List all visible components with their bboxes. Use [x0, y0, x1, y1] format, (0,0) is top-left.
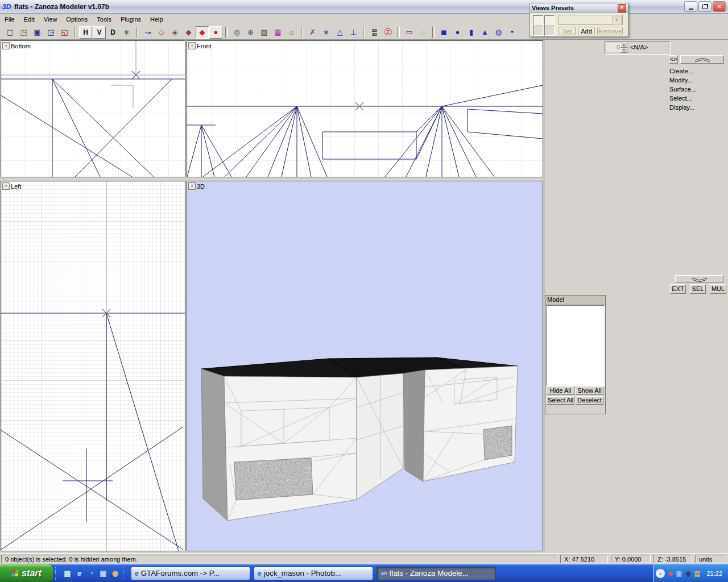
- save-file-button[interactable]: ▣: [31, 26, 44, 39]
- tray-chevron-icon[interactable]: ‹: [656, 569, 665, 578]
- viewport-menu-icon[interactable]: ▫: [2, 182, 10, 190]
- task-photobucket-button[interactable]: ejock_mason - Photob...: [254, 567, 373, 580]
- preset-set-button[interactable]: Set: [559, 27, 576, 35]
- spinner-up-icon[interactable]: ▲: [621, 43, 627, 48]
- collapse-up-button[interactable]: [680, 55, 724, 64]
- menu-view[interactable]: View: [39, 15, 62, 24]
- mode-edges-button[interactable]: ◈: [168, 26, 181, 39]
- panel-menu-create[interactable]: Create...: [669, 66, 726, 76]
- deselect-button[interactable]: Deselect: [576, 396, 603, 405]
- collapse-down-button[interactable]: [675, 275, 723, 282]
- mul-mode-button[interactable]: MUL: [710, 284, 726, 294]
- preset-slot-3[interactable]: [533, 26, 543, 36]
- select-object-tool-button[interactable]: ▦: [271, 26, 284, 39]
- quicktime-icon[interactable]: ◔: [86, 568, 97, 579]
- menu-file[interactable]: File: [0, 15, 19, 24]
- viewport-menu-icon[interactable]: ▫: [188, 182, 196, 190]
- preset-slot-1[interactable]: [533, 15, 543, 26]
- views-presets-close-button[interactable]: ×: [618, 4, 626, 13]
- media-player-icon[interactable]: ◉: [110, 568, 121, 579]
- mode-objects-button[interactable]: ◆: [196, 26, 209, 39]
- preset-remove-button[interactable]: Remove: [597, 27, 623, 35]
- taskbar-clock[interactable]: 21:22: [706, 570, 722, 577]
- viewport-3d[interactable]: ▫ 3D: [187, 181, 543, 551]
- model-list[interactable]: [546, 305, 605, 386]
- create-torus-button[interactable]: ◍: [492, 26, 505, 39]
- toggle-2d-3d-button[interactable]: 2D 3D: [368, 26, 381, 39]
- task-zmodeler-button[interactable]: 3Dflats - Zanoza Modele...: [377, 567, 496, 580]
- task-gtaforums-button[interactable]: eGTAForums.com -> P...: [131, 567, 250, 580]
- preset-combo[interactable]: ▼: [559, 15, 623, 25]
- export-file-button[interactable]: ◱: [58, 26, 71, 39]
- create-geosphere-button[interactable]: ◓: [506, 26, 519, 39]
- panel-menu-modify[interactable]: Modify...: [669, 76, 726, 85]
- create-box-button[interactable]: ◼: [437, 26, 450, 39]
- menu-edit[interactable]: Edit: [19, 15, 39, 24]
- close-button[interactable]: ×: [713, 1, 726, 12]
- messenger-icon[interactable]: ◆: [668, 570, 673, 577]
- views-presets-titlebar[interactable]: Views Presets ×: [530, 3, 628, 13]
- select-rectangle-button[interactable]: ▭: [403, 26, 416, 39]
- open-file-button[interactable]: ◳: [17, 26, 30, 39]
- preset-spinner[interactable]: ▲ ▼: [621, 43, 627, 52]
- viewport-menu-icon[interactable]: ▫: [188, 42, 196, 49]
- show-desktop-icon[interactable]: ▩: [62, 568, 73, 579]
- light-tool-button[interactable]: ☼: [285, 26, 298, 39]
- scale-tool-button[interactable]: ✗: [306, 26, 319, 39]
- display-settings-icon[interactable]: ▤: [694, 570, 700, 577]
- select-all-button[interactable]: Select All: [547, 396, 574, 405]
- preset-slot-2[interactable]: [544, 15, 555, 26]
- network-icon[interactable]: ▣: [676, 570, 682, 577]
- preset-slot-4[interactable]: [544, 26, 555, 36]
- restore-button[interactable]: [698, 1, 712, 12]
- ext-mode-button[interactable]: EXT: [670, 284, 686, 294]
- panel-menu-surface[interactable]: Surface...: [669, 85, 726, 94]
- start-button[interactable]: start: [0, 564, 53, 582]
- panel-menu-select[interactable]: Select...: [669, 94, 726, 103]
- select-circle-button[interactable]: ◌: [416, 26, 429, 39]
- viewport-front[interactable]: ▫ Front: [187, 40, 543, 177]
- toggle-axes-button[interactable]: ∗: [120, 26, 133, 39]
- panel-menu-display[interactable]: Display...: [669, 103, 726, 112]
- volume-icon[interactable]: ◉: [685, 570, 691, 577]
- panel-expander-button[interactable]: <>: [669, 55, 678, 64]
- pan-tool-button[interactable]: ⊕: [244, 26, 257, 39]
- toggle-d-button[interactable]: D: [106, 26, 119, 39]
- viewport-menu-icon[interactable]: ▫: [2, 42, 10, 49]
- create-sphere-button[interactable]: ●: [451, 26, 464, 39]
- preset-add-button[interactable]: Add: [578, 27, 595, 35]
- mode-vertices-button[interactable]: ◇: [155, 26, 168, 39]
- extrude-tool-button[interactable]: △: [333, 26, 346, 39]
- chevron-down-icon[interactable]: ▼: [612, 16, 622, 25]
- new-document-button[interactable]: ▢: [3, 26, 16, 39]
- viewport-left[interactable]: ▫ Left: [1, 181, 185, 551]
- create-cylinder-button[interactable]: ▮: [465, 26, 478, 39]
- material-editor-button[interactable]: ●: [209, 26, 222, 39]
- menu-options[interactable]: Options: [61, 15, 92, 24]
- internet-explorer-icon[interactable]: e: [74, 568, 85, 579]
- edit-vertices-button[interactable]: ↝: [141, 26, 154, 39]
- import-file-button[interactable]: ◲: [44, 26, 57, 39]
- show-all-button[interactable]: Show All: [576, 386, 603, 395]
- sel-mode-button[interactable]: SEL: [690, 284, 706, 294]
- menu-tools[interactable]: Tools: [92, 15, 116, 24]
- minimize-button[interactable]: [684, 1, 697, 12]
- create-cone-button[interactable]: ▲: [478, 26, 491, 39]
- menu-plugins[interactable]: Plugins: [116, 15, 146, 24]
- move-tool-icon: ∗: [323, 28, 329, 36]
- photobucket-icon[interactable]: ▣: [98, 568, 109, 579]
- status-z: Z: -3.8515: [653, 555, 692, 563]
- spinner-down-icon[interactable]: ▼: [621, 48, 627, 53]
- move-tool-button[interactable]: ∗: [320, 26, 333, 39]
- axis-tripod-tool-button[interactable]: ⊥: [347, 26, 360, 39]
- menu-help[interactable]: Help: [146, 15, 168, 24]
- z-lock-button[interactable]: Ⓩ: [382, 26, 395, 39]
- mode-polygons-icon: ◆: [186, 28, 192, 36]
- viewport-bottom[interactable]: ▫ Bottom: [1, 40, 185, 177]
- hide-all-button[interactable]: Hide All: [547, 386, 574, 395]
- toggle-h-button[interactable]: H: [79, 26, 92, 39]
- view-cube-button[interactable]: ▧: [258, 26, 271, 39]
- toggle-v-button[interactable]: V: [93, 26, 106, 39]
- mode-polygons-button[interactable]: ◆: [182, 26, 195, 39]
- zoom-tool-button[interactable]: ◎: [230, 26, 243, 39]
